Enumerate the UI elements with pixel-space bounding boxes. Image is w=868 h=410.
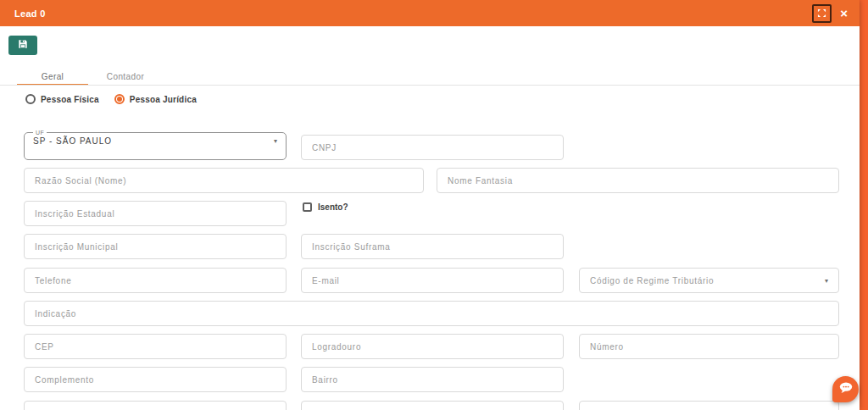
header-actions: × (812, 4, 849, 23)
numero-field-wrap (579, 334, 839, 359)
complemento-input[interactable] (25, 368, 286, 391)
dialog-header: Lead 0 × (0, 0, 860, 26)
telefone-input[interactable] (25, 269, 286, 292)
isento-checkbox[interactable] (303, 202, 312, 212)
save-button[interactable] (8, 36, 37, 55)
nome-fantasia-field-wrap (437, 168, 839, 193)
razao-social-input[interactable] (25, 169, 423, 192)
bairro-input[interactable] (302, 368, 563, 391)
lead-dialog: Lead 0 × (0, 0, 860, 410)
cutoff-field-1[interactable] (24, 401, 287, 410)
tabs-divider (0, 85, 860, 86)
logradouro-input[interactable] (302, 335, 563, 358)
numero-input[interactable] (580, 335, 838, 358)
radio-label: Pessoa Física (41, 95, 99, 104)
dialog-title: Lead 0 (14, 8, 46, 19)
complemento-field-wrap (24, 367, 287, 392)
indicacao-field-wrap (24, 301, 839, 326)
regime-tributario-select[interactable]: Código de Regime Tributário ▾ (579, 268, 839, 293)
expand-button[interactable] (812, 4, 832, 23)
radio-pessoa-juridica[interactable]: Pessoa Jurídica (114, 94, 197, 104)
radio-checked-icon (114, 94, 125, 104)
close-button[interactable]: × (838, 7, 849, 19)
inscricao-suframa-input[interactable] (302, 235, 563, 258)
radio-unchecked-icon (25, 94, 36, 104)
close-icon: × (840, 6, 848, 20)
save-icon (18, 39, 28, 52)
tab-contador[interactable]: Contador (88, 68, 163, 85)
indicacao-input[interactable] (25, 302, 838, 325)
email-field-wrap (301, 268, 564, 293)
tab-bar: Geral Contador (0, 68, 860, 86)
chevron-down-icon: ▾ (274, 137, 277, 145)
uf-value: SP - SÃO PAULO (33, 136, 112, 146)
chat-widget-button[interactable] (832, 376, 859, 402)
inscricao-municipal-input[interactable] (25, 235, 286, 258)
razao-social-field-wrap (24, 168, 424, 193)
person-type-group: Pessoa Física Pessoa Jurídica (25, 94, 197, 104)
cnpj-field-wrap (301, 135, 564, 160)
email-input[interactable] (302, 269, 563, 292)
cutoff-field-3[interactable] (579, 401, 839, 410)
isento-checkbox-row[interactable]: Isento? (303, 202, 348, 212)
radio-pessoa-fisica[interactable]: Pessoa Física (25, 94, 99, 104)
isento-label: Isento? (318, 202, 348, 212)
telefone-field-wrap (24, 268, 287, 293)
nome-fantasia-input[interactable] (437, 169, 838, 192)
cutoff-field-2[interactable] (301, 401, 564, 410)
uf-select[interactable]: UF SP - SÃO PAULO ▾ (24, 130, 287, 160)
inscricao-municipal-field-wrap (24, 234, 287, 259)
cep-field-wrap (24, 334, 287, 359)
radio-label: Pessoa Jurídica (130, 95, 197, 104)
chat-bubble-icon (838, 381, 854, 398)
cep-input[interactable] (25, 335, 286, 358)
uf-label: UF (33, 130, 47, 136)
inscricao-estadual-input[interactable] (25, 202, 286, 225)
inscricao-suframa-field-wrap (301, 234, 564, 259)
regime-tributario-placeholder: Código de Regime Tributário (590, 276, 714, 285)
expand-icon (817, 6, 826, 21)
cnpj-input[interactable] (302, 136, 563, 159)
tab-geral[interactable]: Geral (17, 68, 88, 85)
inscricao-estadual-field-wrap (24, 201, 287, 226)
chevron-down-icon: ▾ (825, 277, 828, 285)
bairro-field-wrap (301, 367, 564, 392)
logradouro-field-wrap (301, 334, 564, 359)
